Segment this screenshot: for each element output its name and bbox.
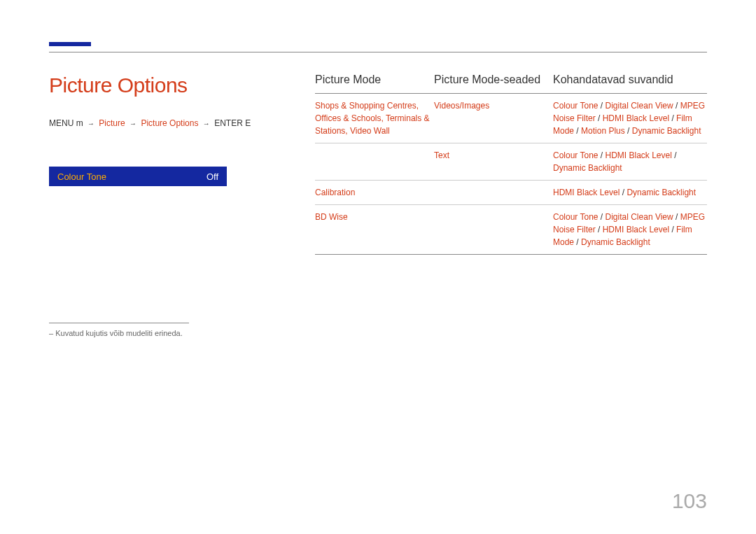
separator: /: [574, 237, 581, 247]
options-table: Picture Mode Picture Mode-seaded Kohanda…: [315, 73, 707, 255]
top-rule: [49, 52, 707, 52]
keyword: Digital Clean View: [606, 212, 673, 222]
options-cell: Colour Tone / Digital Clean View / MPEG …: [553, 211, 707, 248]
keyword: Dynamic Backlight: [581, 237, 650, 247]
keyword: Motion Plus: [581, 126, 625, 136]
separator: /: [598, 101, 606, 111]
separator: /: [672, 150, 677, 160]
menu-item-colour-tone: Colour Tone Off: [49, 167, 227, 186]
separator: /: [669, 225, 676, 234]
table-row: TextColour Tone / HDMI Black Level / Dyn…: [315, 143, 707, 181]
footnote-rule: [49, 323, 189, 323]
keyword: HDMI Black Level: [603, 225, 669, 234]
content-area: Picture Options MENU m → Picture → Pictu…: [49, 73, 707, 337]
keyword: Shops & Shopping Centres, Offices & Scho…: [315, 101, 430, 136]
options-cell: Colour Tone / Digital Clean View / MPEG …: [553, 99, 707, 137]
keyword: Calibration: [315, 188, 355, 197]
table-header-row: Picture Mode Picture Mode-seaded Kohanda…: [315, 73, 707, 94]
breadcrumb-prefix: MENU m: [49, 118, 83, 128]
footnote: – Kuvatud kujutis võib mudeliti erineda.: [49, 329, 280, 337]
table-header: Picture Mode-seaded: [434, 73, 553, 86]
table-row: CalibrationHDMI Black Level / Dynamic Ba…: [315, 181, 707, 205]
arrow-icon: →: [130, 120, 136, 127]
picture-mode-setting-cell: Videos/Images: [434, 99, 553, 137]
table-row: BD WiseColour Tone / Digital Clean View …: [315, 205, 707, 255]
right-column: Picture Mode Picture Mode-seaded Kohanda…: [315, 73, 707, 337]
keyword: HDMI Black Level: [606, 150, 672, 160]
keyword: Colour Tone: [553, 101, 598, 111]
breadcrumb-suffix: ENTER E: [214, 118, 251, 128]
separator: /: [596, 225, 603, 234]
keyword: BD Wise: [315, 212, 348, 222]
options-cell: HDMI Black Level / Dynamic Backlight: [553, 186, 707, 199]
keyword: Dynamic Backlight: [553, 163, 622, 173]
picture-mode-setting-cell: Text: [434, 149, 553, 174]
separator: /: [673, 101, 680, 111]
separator: /: [673, 212, 680, 222]
picture-mode-cell: [315, 149, 434, 174]
picture-mode-setting-cell: [434, 186, 553, 199]
top-accent-bar: [49, 42, 91, 46]
separator: /: [596, 113, 603, 123]
table-header: Kohandatavad suvandid: [553, 73, 707, 86]
picture-mode-cell: Shops & Shopping Centres, Offices & Scho…: [315, 99, 434, 137]
page-title: Picture Options: [49, 73, 280, 97]
arrow-icon: →: [203, 120, 210, 127]
breadcrumb-part: Picture Options: [141, 118, 198, 128]
page: Picture Options MENU m → Picture → Pictu…: [0, 0, 756, 337]
separator: /: [598, 212, 606, 222]
keyword: Digital Clean View: [606, 101, 673, 111]
options-cell: Colour Tone / HDMI Black Level / Dynamic…: [553, 149, 707, 174]
menu-label: Colour Tone: [57, 171, 106, 182]
separator: /: [598, 150, 606, 160]
keyword: HDMI Black Level: [603, 113, 669, 123]
keyword: Text: [434, 150, 449, 160]
keyword: Colour Tone: [553, 212, 598, 222]
keyword: Dynamic Backlight: [626, 188, 696, 197]
picture-mode-cell: BD Wise: [315, 211, 434, 248]
breadcrumb: MENU m → Picture → Picture Options → ENT…: [49, 118, 280, 128]
separator: /: [574, 126, 581, 136]
arrow-icon: →: [88, 120, 94, 127]
table-header: Picture Mode: [315, 73, 434, 86]
separator: /: [669, 113, 676, 123]
picture-mode-cell: Calibration: [315, 186, 434, 199]
keyword: HDMI Black Level: [553, 188, 620, 197]
keyword: Colour Tone: [553, 150, 598, 160]
keyword: Videos/Images: [434, 101, 489, 111]
picture-mode-setting-cell: [434, 211, 553, 248]
left-column: Picture Options MENU m → Picture → Pictu…: [49, 73, 280, 337]
breadcrumb-part: Picture: [99, 118, 125, 128]
keyword: Dynamic Backlight: [632, 126, 701, 136]
separator: /: [620, 188, 626, 197]
table-row: Shops & Shopping Centres, Offices & Scho…: [315, 94, 707, 143]
separator: /: [625, 126, 632, 136]
page-number: 103: [672, 489, 707, 513]
menu-value: Off: [206, 171, 218, 182]
